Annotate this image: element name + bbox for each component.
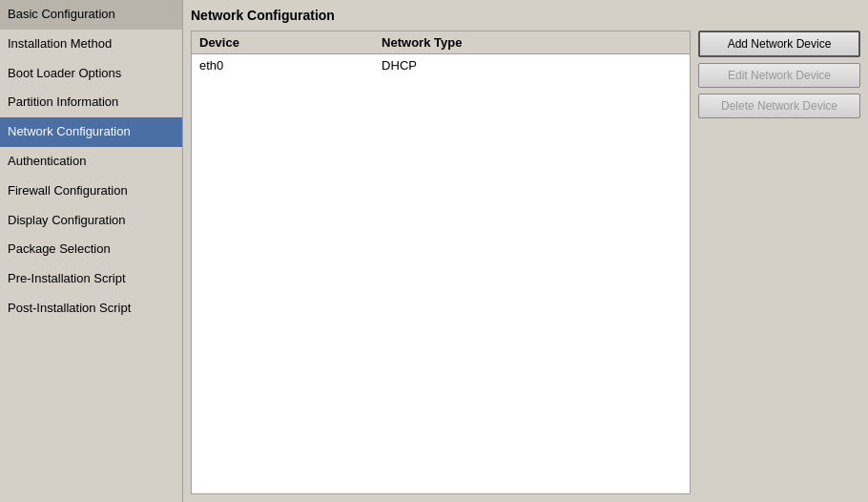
page-title: Network Configuration bbox=[191, 8, 860, 23]
sidebar-item-package-selection[interactable]: Package Selection bbox=[0, 235, 182, 264]
sidebar-item-installation-method[interactable]: Installation Method bbox=[0, 30, 182, 59]
sidebar-item-basic-configuration[interactable]: Basic Configuration bbox=[0, 0, 182, 30]
sidebar-item-firewall-configuration[interactable]: Firewall Configuration bbox=[0, 177, 182, 206]
sidebar-item-pre-installation-script[interactable]: Pre-Installation Script bbox=[0, 264, 182, 294]
network-devices-table: Device Network Type eth0DHCP bbox=[191, 31, 691, 494]
sidebar-item-network-configuration[interactable]: Network Configuration bbox=[0, 117, 182, 147]
sidebar-item-post-installation-script[interactable]: Post-Installation Script bbox=[0, 294, 182, 324]
content-area: Device Network Type eth0DHCP Add Network… bbox=[191, 31, 860, 494]
sidebar-item-boot-loader-options[interactable]: Boot Loader Options bbox=[0, 59, 182, 89]
table-row[interactable]: eth0DHCP bbox=[192, 54, 690, 77]
edit-network-device-button[interactable]: Edit Network Device bbox=[698, 63, 860, 88]
main-content: Network Configuration Device Network Typ… bbox=[183, 0, 868, 502]
add-network-device-button[interactable]: Add Network Device bbox=[698, 31, 860, 57]
cell-network-type: DHCP bbox=[374, 54, 690, 77]
column-header-network-type: Network Type bbox=[374, 31, 690, 54]
delete-network-device-button[interactable]: Delete Network Device bbox=[698, 94, 860, 118]
cell-device: eth0 bbox=[192, 54, 374, 77]
sidebar: Basic ConfigurationInstallation MethodBo… bbox=[0, 0, 183, 502]
sidebar-item-display-configuration[interactable]: Display Configuration bbox=[0, 206, 182, 236]
sidebar-item-partition-information[interactable]: Partition Information bbox=[0, 88, 182, 117]
sidebar-item-authentication[interactable]: Authentication bbox=[0, 147, 182, 177]
button-panel: Add Network Device Edit Network Device D… bbox=[698, 31, 860, 494]
column-header-device: Device bbox=[192, 31, 374, 54]
